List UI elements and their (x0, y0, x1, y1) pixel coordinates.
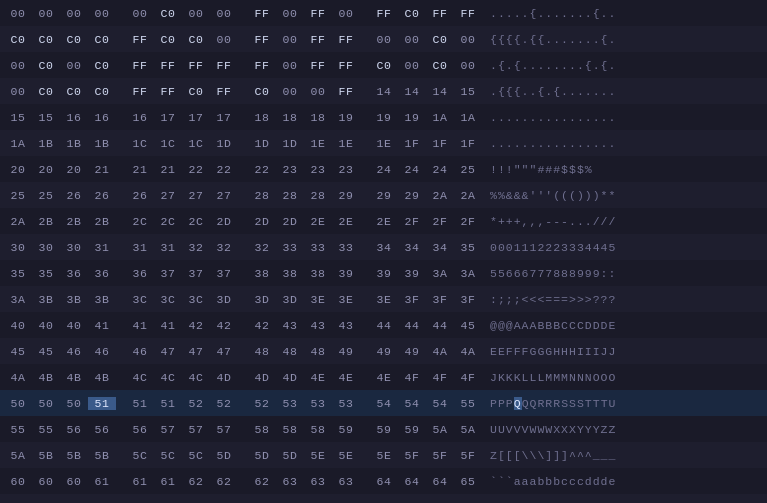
hex-cell[interactable]: 57 (154, 423, 182, 436)
hex-cell[interactable]: 2A (426, 189, 454, 202)
hex-cell[interactable]: 3C (182, 293, 210, 306)
hex-cell[interactable]: FF (126, 59, 154, 72)
hex-cell[interactable]: 55 (32, 423, 60, 436)
hex-cell[interactable]: 40 (60, 319, 88, 332)
hex-cell[interactable]: C0 (154, 7, 182, 20)
hex-cell[interactable]: 3D (276, 293, 304, 306)
hex-cell[interactable]: 1C (182, 137, 210, 150)
hex-cell[interactable]: 4B (32, 371, 60, 384)
hex-cell[interactable]: C0 (60, 85, 88, 98)
hex-cell[interactable]: 59 (398, 423, 426, 436)
hex-cell[interactable]: 51 (126, 397, 154, 410)
hex-cell[interactable]: 3B (60, 293, 88, 306)
hex-cell[interactable]: 5E (304, 449, 332, 462)
hex-cell[interactable]: FF (304, 7, 332, 20)
hex-cell[interactable]: 4F (426, 371, 454, 384)
hex-cell[interactable]: 5D (210, 449, 238, 462)
hex-cell[interactable]: 23 (304, 163, 332, 176)
hex-cell[interactable]: FF (426, 7, 454, 20)
hex-cell[interactable]: 1D (248, 137, 276, 150)
hex-cell[interactable]: 4A (4, 371, 32, 384)
hex-cell[interactable]: 38 (276, 267, 304, 280)
hex-cell[interactable]: 1C (154, 137, 182, 150)
hex-cell[interactable]: 48 (248, 345, 276, 358)
hex-cell[interactable]: 14 (426, 85, 454, 98)
hex-cell[interactable]: 2B (60, 215, 88, 228)
hex-cell[interactable]: 54 (426, 397, 454, 410)
hex-cell[interactable]: 44 (426, 319, 454, 332)
hex-cell[interactable]: 49 (398, 345, 426, 358)
hex-cell[interactable]: 56 (126, 423, 154, 436)
hex-cell[interactable]: 29 (398, 189, 426, 202)
hex-cell[interactable]: 28 (304, 189, 332, 202)
hex-cell[interactable]: 21 (126, 163, 154, 176)
hex-cell[interactable]: 5E (370, 449, 398, 462)
hex-cell[interactable]: 33 (276, 241, 304, 254)
hex-cell[interactable]: FF (126, 33, 154, 46)
hex-cell[interactable]: 45 (32, 345, 60, 358)
hex-cell[interactable]: 26 (126, 189, 154, 202)
hex-cell[interactable]: 45 (454, 319, 482, 332)
hex-cell[interactable]: 00 (276, 85, 304, 98)
hex-cell[interactable]: 21 (154, 163, 182, 176)
hex-cell[interactable]: 3A (454, 267, 482, 280)
hex-cell[interactable]: 57 (210, 423, 238, 436)
hex-cell[interactable]: 5E (332, 449, 360, 462)
hex-cell[interactable]: 38 (304, 267, 332, 280)
hex-cell[interactable]: 32 (182, 241, 210, 254)
hex-cell[interactable]: 42 (210, 319, 238, 332)
hex-cell[interactable]: 32 (248, 241, 276, 254)
hex-cell[interactable]: 17 (154, 111, 182, 124)
hex-cell[interactable]: 37 (182, 267, 210, 280)
hex-cell[interactable]: 4F (398, 371, 426, 384)
hex-cell[interactable]: 1A (4, 137, 32, 150)
hex-cell[interactable]: 29 (332, 189, 360, 202)
hex-cell[interactable]: 53 (304, 397, 332, 410)
hex-cell[interactable]: 15 (454, 85, 482, 98)
hex-cell[interactable]: 33 (304, 241, 332, 254)
hex-cell[interactable]: 00 (88, 7, 116, 20)
hex-cell[interactable]: C0 (154, 33, 182, 46)
hex-cell[interactable]: 25 (454, 163, 482, 176)
hex-cell[interactable]: 47 (154, 345, 182, 358)
hex-cell[interactable]: 27 (210, 189, 238, 202)
hex-cell[interactable]: 5B (88, 449, 116, 462)
hex-cell[interactable]: C0 (182, 85, 210, 98)
hex-cell[interactable]: 58 (248, 423, 276, 436)
hex-cell[interactable]: 2F (454, 215, 482, 228)
hex-cell[interactable]: 53 (332, 397, 360, 410)
hex-cell[interactable]: 1A (454, 111, 482, 124)
hex-cell[interactable]: 41 (154, 319, 182, 332)
hex-cell[interactable]: 64 (398, 475, 426, 488)
hex-cell[interactable]: 00 (398, 33, 426, 46)
hex-cell[interactable]: 61 (126, 475, 154, 488)
hex-cell[interactable]: 2B (32, 215, 60, 228)
hex-cell[interactable]: 2D (210, 215, 238, 228)
hex-cell[interactable]: 1E (370, 137, 398, 150)
hex-cell[interactable]: 19 (332, 111, 360, 124)
hex-cell[interactable]: 56 (88, 423, 116, 436)
hex-cell[interactable]: FF (210, 59, 238, 72)
hex-cell[interactable]: C0 (32, 85, 60, 98)
hex-cell[interactable]: 00 (32, 7, 60, 20)
hex-cell[interactable]: 5D (248, 449, 276, 462)
hex-cell[interactable]: FF (332, 59, 360, 72)
hex-cell[interactable]: 41 (88, 319, 116, 332)
hex-cell[interactable]: 1D (210, 137, 238, 150)
hex-cell[interactable]: 4F (454, 371, 482, 384)
hex-cell[interactable]: 00 (126, 7, 154, 20)
hex-cell[interactable]: 5A (426, 423, 454, 436)
hex-cell[interactable]: 2C (154, 215, 182, 228)
hex-cell[interactable]: 43 (304, 319, 332, 332)
hex-cell[interactable]: 15 (32, 111, 60, 124)
hex-cell[interactable]: 22 (182, 163, 210, 176)
hex-cell[interactable]: C0 (88, 59, 116, 72)
hex-cell[interactable]: 3E (370, 293, 398, 306)
hex-cell[interactable]: 58 (276, 423, 304, 436)
hex-cell[interactable]: 3F (426, 293, 454, 306)
hex-cell[interactable]: C0 (32, 33, 60, 46)
hex-cell[interactable]: FF (248, 33, 276, 46)
hex-cell[interactable]: FF (154, 85, 182, 98)
hex-cell[interactable]: 54 (398, 397, 426, 410)
hex-cell[interactable]: 51 (88, 397, 116, 410)
